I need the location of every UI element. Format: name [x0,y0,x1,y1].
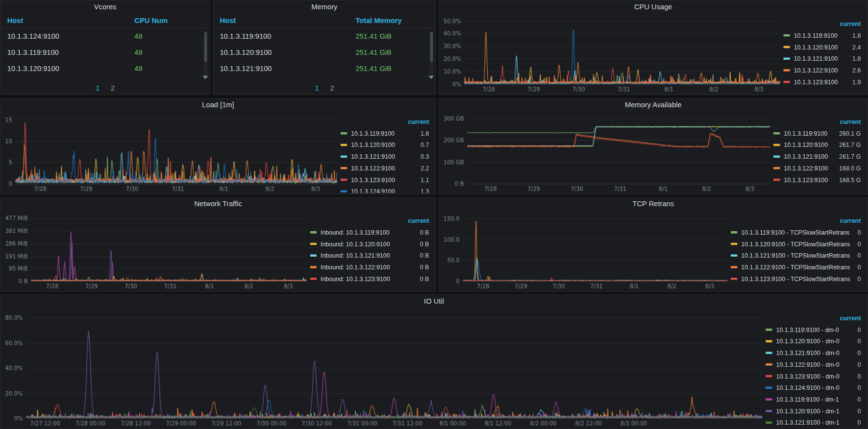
legend-item[interactable]: 10.1.3.119:9100260.1 G [773,127,867,139]
series-color-swatch [731,254,738,257]
panel-title[interactable]: TCP Retrans [439,197,868,211]
series-current-value: 1.3 [414,188,429,193]
memory-table: HostTotal Memory 10.1.3.119:9100251.41 G… [213,14,436,81]
scroll-down-icon[interactable] [202,76,208,80]
column-header[interactable]: CPU Num [134,17,210,25]
legend-item[interactable]: 10.1.3.124:9100 - dm-00 [766,381,867,393]
legend-item[interactable]: 10.1.3.122:9100 - dm-00 [766,358,867,370]
table-row: 10.1.3.121:9100251.41 GiB [213,60,436,76]
legend-item[interactable]: Inbound: 10.1.3.121:91000 B [310,249,434,261]
series-name: Inbound: 10.1.3.120:9100 [321,240,390,247]
panel-title[interactable]: Network Traffic [0,197,436,211]
scrollbar-thumb[interactable] [430,32,433,62]
series-color-swatch [341,132,347,134]
panel-title[interactable]: Load [1m] [0,98,436,112]
series-current-value: 0 [851,419,861,426]
legend-item[interactable]: 10.1.3.120:91002.4 [783,41,866,53]
legend-item[interactable]: 10.1.3.120:91000.7 [341,139,435,150]
series-name: 10.1.3.123:9100 [794,78,838,85]
panel-title[interactable]: Memory Available [439,98,868,112]
legend-item[interactable]: 10.1.3.123:9100168.5 G [773,174,867,186]
io-util-chart[interactable] [3,308,766,428]
legend-item[interactable]: 10.1.3.120:9100 - dm-00 [766,335,867,347]
legend-item[interactable]: 10.1.3.120:9100 - dm-10 [766,405,867,417]
panel-tcp-retrans: TCP Retrans current10.1.3.119:9100 - TCP… [439,197,868,292]
pagination: 12 [0,81,210,95]
series-current-value: 261.7 G [833,153,861,160]
legend-item[interactable]: Inbound: 10.1.3.119:91000 B [310,226,434,238]
series-color-swatch [731,242,738,245]
cpu-usage-chart[interactable] [441,14,783,94]
series-current-value: 0 B [413,229,429,236]
panel-title[interactable]: CPU Usage [439,0,868,14]
series-color-swatch [310,231,317,234]
legend-item[interactable]: 10.1.3.122:9100 - TCPSlowStartRetrans0 [731,261,867,273]
legend-item[interactable]: 10.1.3.120:9100 - TCPSlowStartRetrans0 [731,238,867,250]
series-color-swatch [341,190,347,192]
cpu-usage-legend: current10.1.3.119:91001.810.1.3.120:9100… [783,14,866,94]
scrollbar-thumb[interactable] [204,32,207,62]
column-header[interactable]: Total Memory [355,17,435,25]
page-button[interactable]: 2 [330,84,334,92]
legend-item[interactable]: 10.1.3.124:91001.3 [341,185,435,193]
network-traffic-chart[interactable] [3,211,310,290]
panel-title[interactable]: Vcores [0,0,210,14]
series-name: 10.1.3.120:9100 [351,142,395,148]
legend-item[interactable]: Inbound: 10.1.3.123:91000 B [310,273,434,285]
memory-available-chart[interactable] [441,112,773,193]
series-current-value: 0 [851,349,861,356]
legend-item[interactable]: 10.1.3.122:9100168.0 G [773,162,867,174]
legend-item[interactable]: 10.1.3.123:91001.1 [341,174,435,186]
legend-item[interactable]: 10.1.3.121:91000.3 [341,150,435,162]
table-body: 10.1.3.119:9100251.41 GiB10.1.3.120:9100… [213,28,436,76]
page-button[interactable]: 1 [315,84,319,92]
legend-item[interactable]: 10.1.3.122:91002.6 [783,64,866,76]
series-color-swatch [773,167,780,169]
series-name: 10.1.3.119:9100 [351,130,395,137]
legend-item[interactable]: 10.1.3.119:91001.6 [341,127,435,139]
legend-item[interactable]: 10.1.3.121:91001.8 [783,52,866,64]
series-color-swatch [731,277,738,280]
legend-item[interactable]: 10.1.3.123:9100 - TCPSlowStartRetrans0 [731,273,867,285]
series-current-value: 0 B [413,275,429,282]
page-button[interactable]: 2 [111,84,115,92]
legend-item[interactable]: 10.1.3.119:91001.8 [783,29,866,41]
legend-item[interactable]: 10.1.3.121:9100 - dm-10 [766,416,867,428]
legend-current-header: current [310,215,434,226]
series-color-swatch [783,34,790,36]
legend-item[interactable]: 10.1.3.123:9100 - dm-00 [766,370,867,382]
cell-value: 251.41 GiB [355,48,435,56]
series-color-swatch [773,178,780,181]
series-name: 10.1.3.119:9100 - TCPSlowStartRetrans [741,229,849,236]
legend-item[interactable]: 10.1.3.120:9100261.7 G [773,139,867,150]
legend-item[interactable]: 10.1.3.123:91001.9 [783,76,866,88]
pagination: 12 [213,81,436,95]
table-scrollbar[interactable] [204,30,208,78]
legend-item[interactable]: 10.1.3.119:9100 - dm-10 [766,393,867,405]
legend-item[interactable]: 10.1.3.122:91002.2 [341,162,435,174]
legend-item[interactable]: 10.1.3.121:9100 - TCPSlowStartRetrans0 [731,249,867,261]
panel-title[interactable]: Memory [213,0,436,14]
column-header[interactable]: Host [213,17,356,25]
panel-memory: Memory HostTotal Memory 10.1.3.119:91002… [213,0,436,95]
legend-item[interactable]: 10.1.3.121:9100261.7 G [773,150,867,162]
legend-item[interactable]: Inbound: 10.1.3.122:91000 B [310,261,434,273]
legend-item[interactable]: Inbound: 10.1.3.120:91000 B [310,238,434,250]
series-name: 10.1.3.119:9100 - dm-0 [776,326,839,333]
column-header[interactable]: Host [0,17,134,25]
panel-title[interactable]: IO Util [0,295,868,308]
page-button[interactable]: 1 [96,84,99,92]
legend-item[interactable]: 10.1.3.119:9100 - dm-00 [766,324,867,335]
scroll-down-icon[interactable] [428,76,434,80]
legend-item[interactable]: 10.1.3.119:9100 - TCPSlowStartRetrans0 [731,226,867,238]
load-chart[interactable] [3,112,341,193]
table-scrollbar[interactable] [429,30,433,78]
series-color-swatch [341,143,347,146]
series-color-swatch [341,155,347,158]
series-name: 10.1.3.120:9100 - dm-1 [776,407,840,414]
series-name: 10.1.3.122:9100 [351,165,395,171]
table-row: 10.1.3.120:9100251.41 GiB [213,44,436,60]
legend-item[interactable]: 10.1.3.121:9100 - dm-00 [766,347,867,358]
tcp-retrans-chart[interactable] [441,211,731,290]
legend-current-header: current [766,312,867,324]
